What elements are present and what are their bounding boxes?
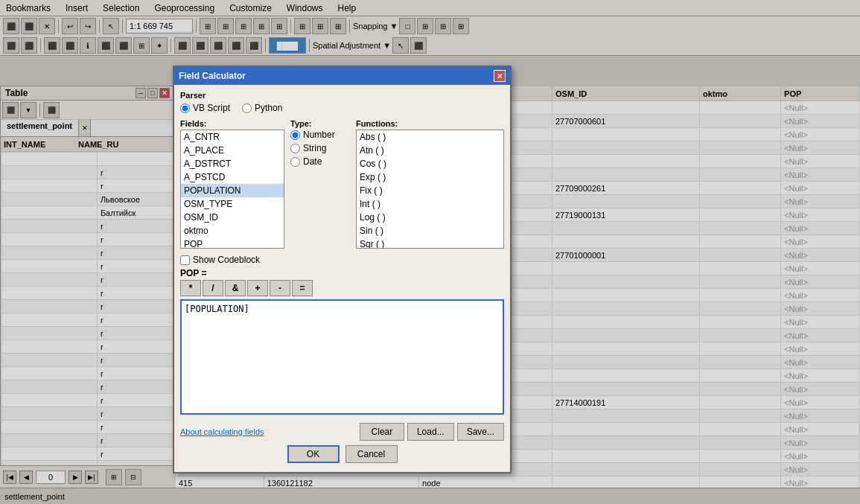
function-item[interactable]: Cos ( ): [357, 157, 503, 170]
parser-vb-option[interactable]: VB Script: [180, 103, 230, 113]
fields-label: Fields:: [180, 119, 284, 128]
type-number-option[interactable]: Number: [290, 130, 350, 140]
dialog-main-section: Fields: A_CNTRA_PLACEA_DSTRCTA_PSTCDPOPU…: [180, 119, 504, 249]
field-calculator-dialog: Field Calculator ✕ Parser VB Script Pyth…: [173, 66, 512, 473]
field-item[interactable]: OSM_TYPE: [181, 197, 284, 211]
function-item[interactable]: Sqr ( ): [357, 237, 503, 249]
parser-label: Parser: [180, 91, 504, 100]
expr-field-name: POP: [180, 268, 199, 278]
show-codeblock-checkbox[interactable]: [180, 255, 190, 265]
functions-list[interactable]: Abs ( )Atn ( )Cos ( )Exp ( )Fix ( )Int (…: [356, 130, 504, 249]
field-item[interactable]: OSM_ID: [181, 211, 284, 224]
type-date-label: Date: [303, 156, 322, 167]
functions-label: Functions:: [356, 119, 504, 128]
expression-textarea[interactable]: [180, 299, 504, 415]
parser-vb-label: VB Script: [193, 103, 230, 113]
type-string-option[interactable]: String: [290, 143, 350, 153]
dialog-body: Parser VB Script Python Fields:: [174, 85, 510, 472]
function-item[interactable]: Int ( ): [357, 197, 503, 211]
function-item[interactable]: Log ( ): [357, 211, 503, 224]
type-number-radio[interactable]: [290, 130, 300, 140]
expression-header: POP =: [180, 268, 504, 278]
expr-equals: =: [201, 268, 206, 278]
type-string-radio[interactable]: [290, 144, 300, 153]
save-button[interactable]: Save...: [457, 423, 504, 441]
op-concat[interactable]: &: [225, 280, 246, 296]
fields-list[interactable]: A_CNTRA_PLACEA_DSTRCTA_PSTCDPOPULATIONOS…: [180, 130, 284, 249]
function-item[interactable]: Abs ( ): [357, 130, 503, 144]
dialog-title: Field Calculator: [179, 71, 246, 81]
parser-section: Parser VB Script Python: [180, 91, 504, 113]
op-multiply[interactable]: *: [180, 280, 201, 296]
type-label: Type:: [290, 119, 350, 128]
type-number-label: Number: [303, 130, 335, 140]
field-item[interactable]: POPULATION: [181, 184, 284, 197]
op-divide[interactable]: /: [203, 280, 223, 296]
parser-python-radio[interactable]: [242, 103, 252, 113]
ok-button[interactable]: OK: [287, 445, 340, 463]
op-equals[interactable]: =: [292, 280, 313, 296]
type-options: Number String Date: [290, 130, 350, 167]
parser-options: VB Script Python: [180, 103, 504, 113]
clear-button[interactable]: Clear: [360, 423, 404, 441]
dialog-footer: About calculating fields Clear Load... S…: [180, 423, 504, 441]
function-item[interactable]: Sin ( ): [357, 224, 503, 237]
application: Bookmarks Insert Selection Geoprocessing…: [0, 0, 860, 504]
field-item[interactable]: POP: [181, 237, 284, 249]
op-subtract[interactable]: -: [270, 280, 290, 296]
field-item[interactable]: A_CNTR: [181, 130, 284, 144]
help-link[interactable]: About calculating fields: [180, 427, 264, 436]
parser-python-option[interactable]: Python: [242, 103, 282, 113]
field-item[interactable]: A_PLACE: [181, 144, 284, 157]
field-item[interactable]: A_DSTRCT: [181, 157, 284, 170]
op-add[interactable]: +: [247, 280, 268, 296]
field-item[interactable]: A_PSTCD: [181, 170, 284, 184]
function-item[interactable]: Exp ( ): [357, 170, 503, 184]
function-item[interactable]: Fix ( ): [357, 184, 503, 197]
type-date-radio[interactable]: [290, 157, 300, 167]
type-string-label: String: [303, 143, 326, 153]
show-codeblock-label: Show Codeblock: [193, 255, 260, 265]
function-item[interactable]: Atn ( ): [357, 144, 503, 157]
dialog-close-button[interactable]: ✕: [494, 70, 506, 82]
type-column: Type: Number String Date: [290, 119, 350, 249]
cancel-button[interactable]: Cancel: [345, 445, 398, 463]
field-item[interactable]: oktmo: [181, 224, 284, 237]
dialog-titlebar: Field Calculator ✕: [174, 67, 510, 85]
parser-python-label: Python: [255, 103, 282, 113]
load-button[interactable]: Load...: [407, 423, 454, 441]
functions-column: Functions: Abs ( )Atn ( )Cos ( )Exp ( )F…: [356, 119, 504, 249]
ok-cancel-row: OK Cancel: [180, 441, 504, 466]
parser-vb-radio[interactable]: [180, 103, 190, 113]
footer-buttons: Clear Load... Save...: [360, 423, 504, 441]
operator-row: * / & + - =: [180, 280, 504, 296]
codeblock-row: Show Codeblock: [180, 255, 504, 265]
fields-column: Fields: A_CNTRA_PLACEA_DSTRCTA_PSTCDPOPU…: [180, 119, 284, 249]
type-date-option[interactable]: Date: [290, 156, 350, 167]
